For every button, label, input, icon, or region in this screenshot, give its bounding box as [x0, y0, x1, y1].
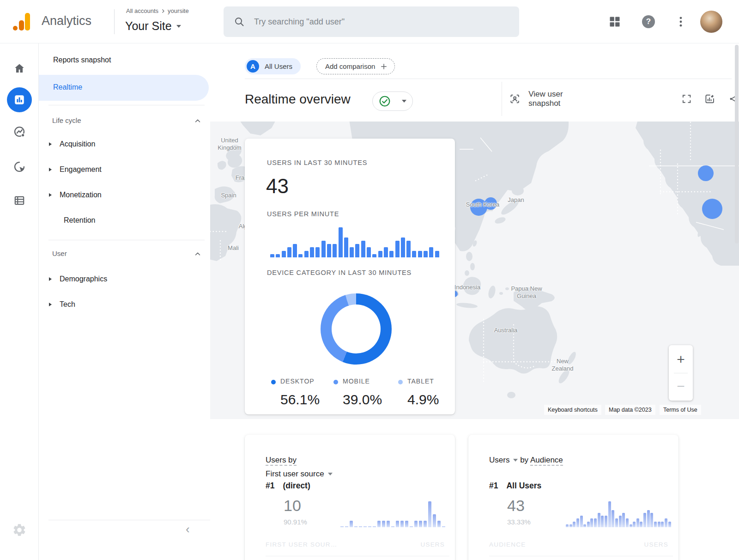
chart-bar — [601, 516, 604, 527]
rail-library[interactable] — [0, 188, 39, 213]
chart-zero-dash — [354, 526, 357, 527]
legend-desktop: DESKTOP 56.1% — [271, 377, 320, 408]
chart-bar — [406, 241, 411, 257]
expand-arrow-icon[interactable] — [49, 168, 52, 171]
dimension-selector[interactable]: First user source — [266, 469, 333, 478]
nav-item-retention[interactable]: Retention — [64, 216, 96, 225]
chevron-up-icon[interactable] — [194, 117, 201, 125]
chart-bar — [344, 237, 348, 257]
map-country-label: Papua New Guinea — [511, 285, 542, 300]
chart-bar — [619, 516, 622, 527]
chart-bar — [412, 251, 416, 257]
metric-selector[interactable]: Users — [489, 456, 518, 464]
nav-item-engagement[interactable]: Engagement — [49, 165, 102, 174]
chart-bar — [598, 513, 600, 527]
breadcrumb-property[interactable]: yoursite — [168, 7, 189, 14]
chart-bar — [424, 521, 427, 527]
bar-chart-icon — [13, 94, 25, 106]
page-title: Realtime overview — [245, 92, 351, 107]
analytics-logo-icon[interactable] — [13, 13, 31, 30]
chart-bar — [590, 518, 593, 527]
nav-section-life-cycle[interactable]: Life cycle — [52, 116, 81, 124]
nav-realtime-active[interactable]: Realtime — [39, 75, 209, 101]
search-icon — [234, 16, 245, 27]
metric-selector[interactable]: Users by — [266, 456, 297, 466]
breadcrumb[interactable]: All accounts yoursite — [126, 7, 189, 14]
chart-zero-dash — [391, 526, 394, 527]
keyboard-shortcuts-link[interactable]: Keyboard shortcuts — [544, 405, 601, 415]
edit-chart-icon[interactable] — [704, 93, 715, 105]
nav-reports-snapshot[interactable]: Reports snapshot — [53, 56, 111, 64]
nav-item-demographics[interactable]: Demographics — [49, 275, 107, 283]
help-icon[interactable]: ? — [642, 15, 655, 28]
user-snapshot-icon[interactable] — [509, 93, 520, 105]
nav-item-acquisition[interactable]: Acquisition — [49, 140, 95, 148]
rail-reports-active[interactable] — [0, 87, 39, 113]
table-divider — [266, 556, 449, 556]
collapse-nav-icon[interactable]: ‹ — [186, 522, 190, 536]
table-divider — [489, 556, 673, 556]
legend-mobile: MOBILE 39.0% — [333, 377, 382, 408]
rail-admin[interactable] — [0, 517, 39, 543]
fullscreen-icon[interactable] — [681, 93, 692, 105]
apps-grid-icon[interactable] — [608, 15, 621, 28]
nav-section-user[interactable]: User — [52, 250, 67, 257]
zoom-in-button[interactable]: + — [669, 348, 693, 371]
nav-item-monetization[interactable]: Monetization — [49, 191, 102, 199]
rail-home[interactable] — [0, 55, 39, 81]
nav-realtime-label: Realtime — [53, 83, 82, 91]
search-bar[interactable] — [224, 6, 519, 37]
users-per-minute-label: USERS PER MINUTE — [267, 210, 339, 218]
view-user-snapshot-button[interactable]: View user snapshot — [528, 90, 590, 108]
chart-bar — [424, 251, 428, 257]
chart-bar — [389, 251, 394, 257]
product-name: Analytics — [42, 14, 91, 28]
chart-zero-dash — [368, 526, 371, 527]
terms-of-use-link[interactable]: Terms of Use — [660, 405, 701, 415]
nav-item-tech[interactable]: Tech — [49, 300, 75, 309]
chart-bar — [429, 247, 433, 257]
plus-icon — [380, 62, 388, 71]
chart-bar — [400, 521, 404, 527]
chart-bar — [643, 513, 646, 527]
breadcrumb-account[interactable]: All accounts — [126, 7, 158, 14]
user-avatar[interactable] — [700, 11, 722, 33]
top-row-share: 90.91% — [284, 518, 307, 526]
chart-bar — [433, 514, 436, 527]
card-title: Users by Audience — [489, 453, 563, 467]
expand-arrow-icon[interactable] — [49, 277, 52, 281]
top-row-value: 43 — [507, 497, 525, 515]
expand-arrow-icon[interactable] — [49, 193, 52, 197]
users-30min-value: 43 — [266, 175, 289, 198]
chart-bar — [350, 521, 353, 527]
chart-bar — [622, 513, 625, 527]
dimension-column-header: FIRST USER SOUR… — [266, 541, 337, 548]
desktop-value: 56.1% — [280, 392, 320, 408]
metric-column-header: USERS — [420, 541, 445, 548]
more-vert-icon[interactable] — [674, 15, 687, 28]
rail-advertising[interactable] — [0, 154, 39, 180]
data-quality-pill[interactable] — [372, 91, 413, 111]
search-input[interactable] — [253, 17, 509, 27]
dimension-selector[interactable]: Audience — [530, 456, 563, 466]
zoom-out-button[interactable]: − — [669, 375, 693, 398]
metric-column-header: USERS — [644, 541, 668, 548]
expand-arrow-icon[interactable] — [49, 142, 52, 146]
expand-arrow-icon[interactable] — [49, 303, 52, 306]
active-user-marker — [702, 199, 722, 219]
chart-bar — [405, 521, 408, 527]
property-selector[interactable]: Your Site — [125, 19, 181, 33]
users-by-source-card: Users by First user source #1(direct) 10… — [245, 435, 455, 560]
chart-bar — [401, 237, 405, 257]
donut-hole — [332, 304, 381, 353]
realtime-overview-card: USERS IN LAST 30 MINUTES 43 USERS PER MI… — [245, 139, 455, 414]
chart-bar — [435, 251, 439, 257]
all-users-chip[interactable]: A All Users — [245, 58, 301, 74]
comparison-avatar: A — [247, 60, 259, 73]
rail-explore[interactable] — [0, 119, 39, 145]
device-category-donut — [321, 293, 392, 365]
mobile-legend-label: MOBILE — [343, 377, 370, 385]
chevron-up-icon[interactable] — [194, 250, 201, 258]
add-comparison-button[interactable]: Add comparison — [316, 58, 395, 74]
page-scrollbar[interactable] — [735, 45, 739, 243]
